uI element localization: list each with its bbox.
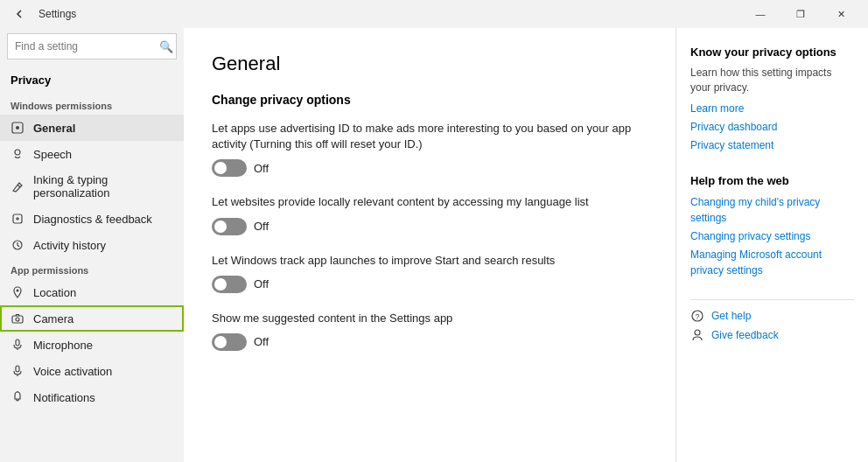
location-icon [10, 285, 24, 299]
svg-point-8 [17, 290, 19, 292]
child-privacy-link[interactable]: Changing my child's privacy settings [690, 194, 854, 226]
toggle-suggested-label: Off [254, 335, 269, 348]
svg-rect-11 [16, 340, 19, 346]
svg-line-3 [18, 185, 20, 187]
microsoft-account-link[interactable]: Managing Microsoft account privacy setti… [690, 247, 854, 278]
minimize-button[interactable]: — [740, 0, 780, 28]
know-privacy-section: Know your privacy options Learn how this… [690, 46, 854, 153]
toggle-advertising-thumb [214, 162, 227, 174]
svg-point-2 [15, 150, 20, 155]
toggle-language-thumb [214, 220, 227, 233]
give-feedback-icon [690, 328, 704, 342]
setting-suggested-desc: Show me suggested content in the Setting… [212, 311, 648, 326]
get-help-label[interactable]: Get help [711, 310, 751, 322]
notifications-icon [10, 390, 24, 404]
sidebar-item-diagnostics-label: Diagnostics & feedback [33, 213, 152, 226]
toggle-row-advertising: Off [212, 159, 648, 177]
setting-advertising-desc: Let apps use advertising ID to make ads … [212, 121, 648, 152]
windows-permissions-label: Windows permissions [0, 94, 184, 115]
sidebar-item-location-label: Location [33, 286, 76, 299]
setting-language: Let websites provide locally relevant co… [212, 194, 648, 234]
svg-point-18 [695, 330, 700, 335]
app-container: 🔍 Privacy Windows permissions General Sp… [0, 28, 868, 462]
diagnostics-icon [10, 212, 24, 226]
setting-tracking-desc: Let Windows track app launches to improv… [212, 253, 648, 269]
help-from-web-section: Help from the web Changing my child's pr… [690, 174, 854, 278]
close-button[interactable]: ✕ [821, 0, 861, 28]
toggle-advertising-track [212, 159, 247, 177]
svg-rect-13 [16, 366, 19, 372]
privacy-dashboard-link[interactable]: Privacy dashboard [690, 119, 854, 135]
sidebar-item-general[interactable]: General [0, 115, 184, 141]
toggle-row-tracking: Off [212, 276, 648, 293]
toggle-row-suggested: Off [212, 333, 648, 351]
setting-language-desc: Let websites provide locally relevant co… [212, 194, 648, 210]
setting-tracking: Let Windows track app launches to improv… [212, 253, 648, 293]
privacy-header: Privacy [0, 68, 184, 94]
changing-privacy-link[interactable]: Changing privacy settings [690, 228, 854, 244]
setting-advertising: Let apps use advertising ID to make ads … [212, 121, 648, 177]
sidebar-item-inking-label: Inking & typing personalization [33, 173, 173, 200]
speech-icon [10, 147, 24, 161]
toggle-row-language: Off [212, 218, 648, 235]
toggle-tracking[interactable] [212, 276, 247, 293]
svg-point-1 [16, 126, 19, 130]
toggle-tracking-track [212, 276, 247, 293]
general-icon [10, 121, 24, 135]
main-content: General Change privacy options Let apps … [184, 28, 676, 462]
titlebar-title: Settings [38, 8, 76, 20]
back-button[interactable] [7, 2, 32, 26]
inking-icon [10, 179, 24, 193]
search-box: 🔍 [7, 33, 177, 60]
svg-rect-9 [12, 316, 23, 323]
window-controls: — ❐ ✕ [740, 0, 861, 28]
sidebar-item-notifications[interactable]: Notifications [0, 384, 184, 410]
camera-icon [10, 312, 24, 326]
sidebar-item-activity[interactable]: Activity history [0, 232, 184, 258]
give-feedback-label[interactable]: Give feedback [711, 329, 779, 341]
toggle-advertising[interactable] [212, 159, 247, 177]
toggle-advertising-label: Off [254, 162, 269, 175]
sidebar-item-diagnostics[interactable]: Diagnostics & feedback [0, 206, 184, 232]
right-panel: Know your privacy options Learn how this… [676, 28, 868, 462]
get-help-icon: ? [690, 309, 704, 323]
app-permissions-label: App permissions [0, 258, 184, 279]
sidebar-item-location[interactable]: Location [0, 279, 184, 305]
privacy-statement-link[interactable]: Privacy statement [690, 137, 854, 153]
know-privacy-desc: Learn how this setting impacts your priv… [690, 66, 854, 95]
help-from-web-title: Help from the web [690, 174, 854, 187]
learn-more-link[interactable]: Learn more [690, 101, 854, 116]
titlebar: Settings — ❐ ✕ [0, 0, 868, 28]
sidebar-item-activity-label: Activity history [33, 239, 106, 252]
sidebar-item-notifications-label: Notifications [33, 391, 95, 404]
activity-icon [10, 238, 24, 252]
sidebar-item-microphone[interactable]: Microphone [0, 332, 184, 358]
restore-button[interactable]: ❐ [780, 0, 821, 28]
get-help-row[interactable]: ? Get help [690, 309, 854, 323]
svg-text:?: ? [695, 312, 699, 321]
sidebar-item-speech-label: Speech [33, 148, 72, 161]
section-title: Change privacy options [212, 93, 648, 107]
toggle-suggested-track [212, 333, 247, 351]
toggle-tracking-thumb [214, 278, 227, 290]
toggle-suggested-thumb [214, 336, 227, 348]
svg-point-10 [16, 318, 19, 321]
setting-suggested: Show me suggested content in the Setting… [212, 311, 648, 351]
toggle-suggested[interactable] [212, 333, 247, 351]
page-title: General [212, 52, 648, 75]
toggle-language-label: Off [254, 220, 269, 233]
sidebar: 🔍 Privacy Windows permissions General Sp… [0, 28, 184, 462]
sidebar-item-voice-label: Voice activation [33, 365, 112, 378]
give-feedback-row[interactable]: Give feedback [690, 328, 854, 342]
sidebar-item-voice[interactable]: Voice activation [0, 358, 184, 384]
toggle-language[interactable] [212, 218, 247, 235]
sidebar-item-general-label: General [33, 122, 75, 135]
microphone-icon [10, 338, 24, 352]
search-input[interactable] [7, 33, 177, 60]
sidebar-item-inking[interactable]: Inking & typing personalization [0, 167, 184, 206]
sidebar-item-camera-label: Camera [33, 312, 74, 326]
sidebar-item-speech[interactable]: Speech [0, 141, 184, 167]
toggle-tracking-label: Off [254, 277, 269, 290]
search-icon: 🔍 [159, 40, 173, 53]
sidebar-item-camera[interactable]: Camera [0, 305, 184, 332]
